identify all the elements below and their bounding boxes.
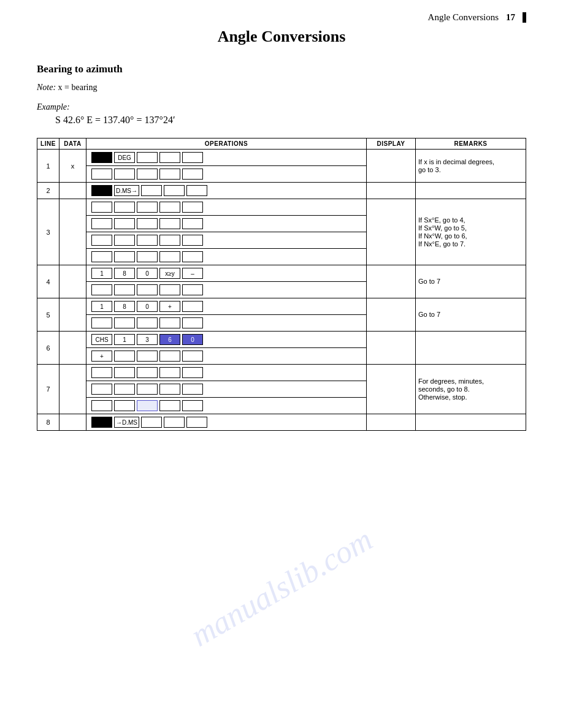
key-button: 0 — [137, 268, 158, 279]
cell-ops: D.MS→ — [86, 183, 367, 199]
note-line: Note: x = bearing — [37, 83, 526, 93]
key-button: →D.MS — [114, 417, 139, 428]
calc-table: LINE DATA OPERATIONS DISPLAY REMARKS 1xD… — [37, 138, 526, 431]
th-ops: OPERATIONS — [86, 138, 367, 150]
key-button — [137, 251, 158, 262]
remark-line: Go to 7 — [418, 311, 523, 319]
key-button — [141, 185, 162, 196]
key-button — [186, 185, 207, 196]
cell-ops: DEG — [86, 150, 367, 166]
key-button — [114, 400, 135, 411]
cell-ops — [86, 232, 367, 249]
key-button — [114, 284, 135, 295]
cell-display — [367, 265, 416, 298]
key-button — [114, 169, 135, 180]
header-title: Angle Conversions — [428, 12, 499, 23]
cell-line: 6 — [37, 332, 59, 365]
cell-line: 2 — [37, 183, 59, 199]
th-data: DATA — [59, 138, 86, 150]
th-line: LINE — [37, 138, 59, 150]
key-button: CHS — [91, 334, 112, 345]
section-heading: Bearing to azimuth — [37, 63, 526, 75]
remark-line: If Nx°E, go to 7. — [418, 240, 523, 248]
key-button — [91, 417, 112, 428]
cell-ops — [86, 381, 367, 398]
cell-ops: 180x≥y– — [86, 265, 367, 282]
cell-remarks — [416, 414, 526, 431]
cell-line: 8 — [37, 414, 59, 431]
cell-ops — [86, 249, 367, 265]
key-button — [91, 384, 112, 395]
key-button — [114, 367, 135, 378]
cell-display — [367, 183, 416, 199]
cell-data: x — [59, 150, 86, 183]
key-button — [137, 169, 158, 180]
cell-data — [59, 298, 86, 332]
key-button — [114, 384, 135, 395]
key-button — [137, 351, 158, 362]
cell-display — [367, 150, 416, 183]
key-button — [91, 251, 112, 262]
key-button — [91, 367, 112, 378]
cell-remarks: For degrees, minutes,seconds, go to 8.Ot… — [416, 365, 526, 414]
page-number: 17 — [506, 12, 515, 23]
cell-remarks: If x is in decimal degrees,go to 3. — [416, 150, 526, 183]
note-content: x = bearing — [58, 83, 98, 92]
remark-line: If Nx°W, go to 6, — [418, 232, 523, 240]
watermark: manualslib.com — [185, 521, 378, 653]
cell-display — [367, 199, 416, 265]
cell-data — [59, 365, 86, 414]
key-button — [159, 152, 180, 163]
cell-ops — [86, 315, 367, 332]
key-button — [182, 235, 203, 246]
note-label: Note: — [37, 83, 56, 92]
cell-ops: →D.MS — [86, 414, 367, 431]
key-button — [91, 317, 112, 328]
key-button — [159, 400, 180, 411]
key-button: + — [159, 301, 180, 312]
key-button — [137, 367, 158, 378]
key-button — [137, 202, 158, 213]
cell-ops: CHS1360 — [86, 332, 367, 348]
key-button: D.MS→ — [114, 185, 139, 196]
cell-line: 7 — [37, 365, 59, 414]
key-button — [114, 218, 135, 229]
key-button — [182, 400, 203, 411]
key-button: 0 — [182, 334, 203, 345]
cell-ops — [86, 166, 367, 183]
cell-ops: + — [86, 348, 367, 365]
key-button — [159, 384, 180, 395]
remark-line: Otherwise, stop. — [418, 393, 523, 401]
key-button — [91, 235, 112, 246]
key-button — [159, 351, 180, 362]
cell-line: 1 — [37, 150, 59, 183]
key-button — [182, 218, 203, 229]
example-equation: S 42.6° E = 137.40° = 137°24′ — [55, 115, 526, 126]
key-button — [182, 152, 203, 163]
remark-line: If Sx°E, go to 4, — [418, 216, 523, 224]
th-display: DISPLAY — [367, 138, 416, 150]
cell-data — [59, 183, 86, 199]
key-button — [182, 251, 203, 262]
cell-data — [59, 414, 86, 431]
remark-line: If Sx°W, go to 5, — [418, 224, 523, 232]
remark-line: For degrees, minutes, — [418, 377, 523, 385]
key-button — [91, 152, 112, 163]
key-button — [182, 367, 203, 378]
key-button: 8 — [114, 268, 135, 279]
key-button — [91, 185, 112, 196]
cell-ops — [86, 365, 367, 381]
key-button — [182, 169, 203, 180]
page-header: Angle Conversions 17 — [37, 12, 526, 23]
key-button: x≥y — [159, 268, 180, 279]
key-button — [137, 152, 158, 163]
cell-data — [59, 265, 86, 298]
key-button — [182, 202, 203, 213]
cell-line: 4 — [37, 265, 59, 298]
example-label: Example: — [37, 102, 526, 112]
key-button: 1 — [91, 268, 112, 279]
key-button — [91, 169, 112, 180]
key-button — [114, 202, 135, 213]
key-button — [114, 251, 135, 262]
key-button — [182, 301, 203, 312]
